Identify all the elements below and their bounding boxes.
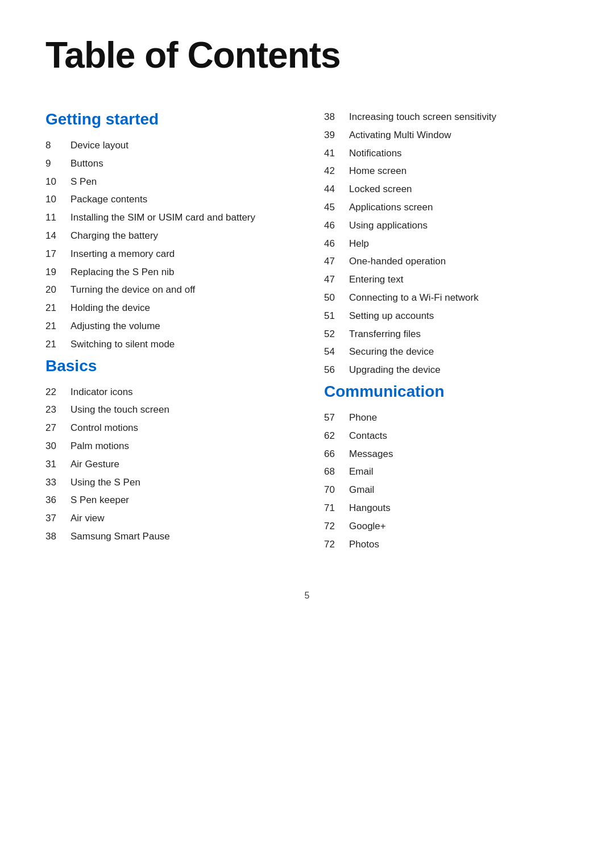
list-item: 52Transferring files — [324, 327, 569, 341]
list-item: 20Turning the device on and off — [45, 283, 290, 297]
page-footer: 5 — [45, 591, 569, 601]
toc-list-continued: 38Increasing touch screen sensitivity39A… — [324, 110, 569, 377]
toc-page-number: 10 — [45, 193, 70, 206]
toc-page-number: 10 — [45, 175, 70, 189]
toc-entry-label: Transferring files — [349, 327, 421, 341]
toc-page-number: 44 — [324, 182, 349, 196]
toc-entry-label: Using the touch screen — [70, 403, 169, 417]
list-item: 54Securing the device — [324, 345, 569, 359]
toc-entry-label: Help — [349, 237, 369, 251]
list-item: 72Google+ — [324, 520, 569, 533]
toc-page-number: 50 — [324, 291, 349, 305]
toc-page-number: 38 — [324, 110, 349, 124]
toc-entry-label: Control motions — [70, 421, 138, 435]
toc-page-number: 66 — [324, 447, 349, 461]
list-item: 27Control motions — [45, 421, 290, 435]
toc-entry-label: Connecting to a Wi-Fi network — [349, 291, 479, 305]
toc-entry-label: Installing the SIM or USIM card and batt… — [70, 211, 255, 225]
toc-entry-label: Air Gesture — [70, 458, 119, 471]
toc-page-number: 22 — [45, 385, 70, 399]
section-communication: Communication 57Phone62Contacts66Message… — [324, 383, 569, 551]
toc-page-number: 72 — [324, 538, 349, 551]
section-getting-started-continued: 38Increasing touch screen sensitivity39A… — [324, 110, 569, 377]
toc-entry-label: Using the S Pen — [70, 476, 140, 489]
toc-entry-label: Replacing the S Pen nib — [70, 265, 174, 279]
toc-entry-label: Device layout — [70, 139, 128, 152]
list-item: 72Photos — [324, 538, 569, 551]
toc-page-number: 21 — [45, 319, 70, 333]
toc-page-number: 23 — [45, 403, 70, 417]
toc-page-number: 33 — [45, 476, 70, 489]
section-basics: Basics 22Indicator icons23Using the touc… — [45, 357, 290, 543]
toc-page-number: 8 — [45, 139, 70, 152]
toc-page-number: 36 — [45, 493, 70, 507]
toc-entry-label: Contacts — [349, 429, 387, 443]
toc-entry-label: Activating Multi Window — [349, 128, 451, 142]
toc-entry-label: Hangouts — [349, 501, 391, 515]
toc-page-number: 46 — [324, 219, 349, 232]
toc-page-number: 47 — [324, 273, 349, 286]
toc-entry-label: Securing the device — [349, 345, 434, 359]
toc-entry-label: Google+ — [349, 520, 386, 533]
toc-page-number: 38 — [45, 530, 70, 543]
list-item: 10S Pen — [45, 175, 290, 189]
right-column: 38Increasing touch screen sensitivity39A… — [324, 110, 569, 556]
list-item: 21Holding the device — [45, 301, 290, 315]
list-item: 11Installing the SIM or USIM card and ba… — [45, 211, 290, 225]
toc-entry-label: Email — [349, 465, 374, 479]
toc-page-number: 45 — [324, 201, 349, 214]
list-item: 9Buttons — [45, 157, 290, 171]
toc-page-number: 20 — [45, 283, 70, 297]
list-item: 50Connecting to a Wi-Fi network — [324, 291, 569, 305]
toc-page-number: 41 — [324, 147, 349, 160]
section-getting-started: Getting started 8Device layout9Buttons10… — [45, 110, 290, 351]
toc-page-number: 57 — [324, 411, 349, 425]
list-item: 31Air Gesture — [45, 458, 290, 471]
toc-entry-label: Turning the device on and off — [70, 283, 195, 297]
page-title: Table of Contents — [45, 34, 569, 76]
list-item: 57Phone — [324, 411, 569, 425]
toc-entry-label: Applications screen — [349, 201, 433, 214]
toc-page-number: 54 — [324, 345, 349, 359]
list-item: 66Messages — [324, 447, 569, 461]
toc-entry-label: Switching to silent mode — [70, 338, 175, 351]
list-item: 38Increasing touch screen sensitivity — [324, 110, 569, 124]
toc-entry-label: Air view — [70, 512, 105, 525]
toc-page-number: 30 — [45, 439, 70, 453]
toc-page-number: 62 — [324, 429, 349, 443]
toc-page-number: 21 — [45, 301, 70, 315]
toc-entry-label: Indicator icons — [70, 385, 133, 399]
toc-entry-label: One-handed operation — [349, 255, 446, 268]
toc-entry-label: Holding the device — [70, 301, 150, 315]
toc-page-number: 39 — [324, 128, 349, 142]
list-item: 8Device layout — [45, 139, 290, 152]
toc-page-number: 72 — [324, 520, 349, 533]
list-item: 38Samsung Smart Pause — [45, 530, 290, 543]
list-item: 30Palm motions — [45, 439, 290, 453]
toc-entry-label: Buttons — [70, 157, 103, 171]
toc-entry-label: Palm motions — [70, 439, 129, 453]
toc-page-number: 68 — [324, 465, 349, 479]
toc-entry-label: Entering text — [349, 273, 403, 286]
list-item: 36S Pen keeper — [45, 493, 290, 507]
toc-page-number: 21 — [45, 338, 70, 351]
toc-page-number: 47 — [324, 255, 349, 268]
list-item: 21Adjusting the volume — [45, 319, 290, 333]
list-item: 14Charging the battery — [45, 229, 290, 243]
list-item: 21Switching to silent mode — [45, 338, 290, 351]
toc-entry-label: Gmail — [349, 483, 374, 497]
toc-entry-label: Home screen — [349, 164, 406, 178]
toc-list-getting-started: 8Device layout9Buttons10S Pen10Package c… — [45, 139, 290, 351]
list-item: 33Using the S Pen — [45, 476, 290, 489]
list-item: 62Contacts — [324, 429, 569, 443]
toc-entry-label: Using applications — [349, 219, 428, 232]
toc-page-number: 17 — [45, 247, 70, 261]
toc-page-number: 71 — [324, 501, 349, 515]
page-number: 5 — [305, 591, 310, 600]
toc-entry-label: Adjusting the volume — [70, 319, 160, 333]
toc-page-number: 51 — [324, 309, 349, 323]
toc-page-number: 52 — [324, 327, 349, 341]
list-item: 22Indicator icons — [45, 385, 290, 399]
section-title-communication: Communication — [324, 383, 569, 401]
list-item: 68Email — [324, 465, 569, 479]
